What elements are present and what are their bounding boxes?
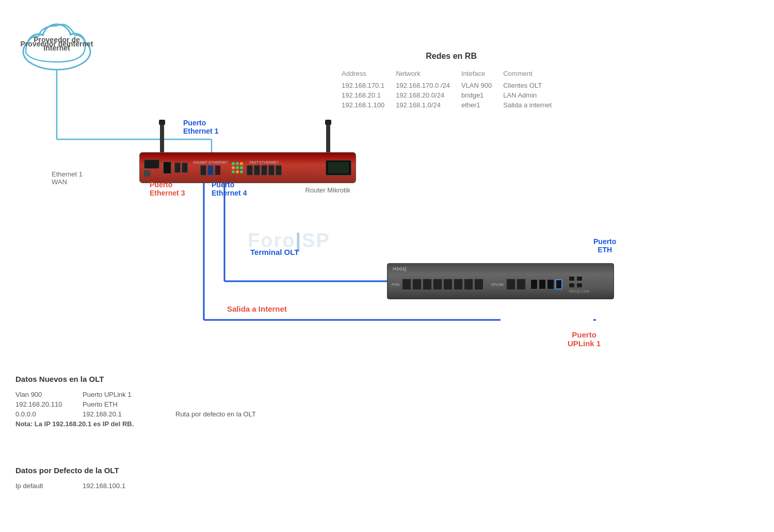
ethernet1-wan-label: Ethernet 1WAN	[52, 170, 83, 186]
olt-brand-label: HSGQ	[393, 266, 407, 271]
puerto-uplink-label: PuertoUPLink 1	[568, 330, 601, 348]
table-row: 192.168.20.110 Puerto ETH	[15, 399, 256, 409]
antenna-left	[160, 124, 164, 155]
table-row: 192.168.20.1 192.168.20.0/24 bridge1 LAN…	[341, 90, 562, 100]
antenna-right	[326, 124, 330, 155]
table-row: 0.0.0.0 192.168.20.1 Ruta por defecto en…	[15, 409, 256, 419]
network-table-data: Address Network Inteface Comment 192.168…	[341, 69, 562, 110]
puerto-eth1-label: PuertoEthernet 1	[183, 119, 218, 135]
table-row: Vlan 900 Puerto UPLink 1	[15, 390, 256, 399]
table-row: 192.168.170.1 192.168.170.0 /24 VLAN 900…	[341, 80, 562, 90]
terminal-olt-label: Terminal OLT	[250, 248, 299, 256]
olt-device: HSGQ PON UPLINK	[387, 263, 614, 310]
router-mikrotik-label: Router Mikrotik	[305, 186, 350, 194]
salida-internet-label: Salida a Internet	[227, 304, 287, 313]
table-row: Nota: La IP 192.168.20.1 es IP del RB.	[15, 419, 256, 429]
puerto-eth4-label: PuertoEthernet 4	[212, 181, 247, 197]
col-comment: Comment	[502, 69, 562, 80]
network-table: Redes en RB Address Network Inteface Com…	[341, 52, 562, 110]
col-interface: Inteface	[460, 69, 502, 80]
col-network: Network	[395, 69, 460, 80]
olt-body: HSGQ PON UPLINK	[387, 263, 614, 299]
internet-provider-label: Proveedor deInternet	[15, 15, 98, 72]
datos-nuevos-title: Datos Nuevos en la OLT	[15, 375, 256, 383]
datos-defecto-section: Datos por Defecto de la OLT Ip default 1…	[15, 466, 125, 491]
router-body: GIGABIT ETHERNET	[139, 152, 356, 183]
col-address: Address	[341, 69, 395, 80]
table-row: Ip default 192.168.100.1	[15, 481, 125, 491]
datos-defecto-table: Ip default 192.168.100.1	[15, 481, 125, 491]
table-row: 192.168.1.100 192.168.1.0/24 ether1 Sali…	[341, 100, 562, 110]
puerto-eth3-label: PuertoEthernet 3	[150, 181, 185, 197]
datos-defecto-title: Datos por Defecto de la OLT	[15, 466, 125, 475]
datos-nuevos-table: Vlan 900 Puerto UPLink 1 192.168.20.110 …	[15, 390, 256, 429]
datos-nuevos-section: Datos Nuevos en la OLT Vlan 900 Puerto U…	[15, 375, 256, 429]
network-table-title: Redes en RB	[341, 52, 562, 61]
puerto-eth-label: PuertoETH	[593, 237, 616, 254]
